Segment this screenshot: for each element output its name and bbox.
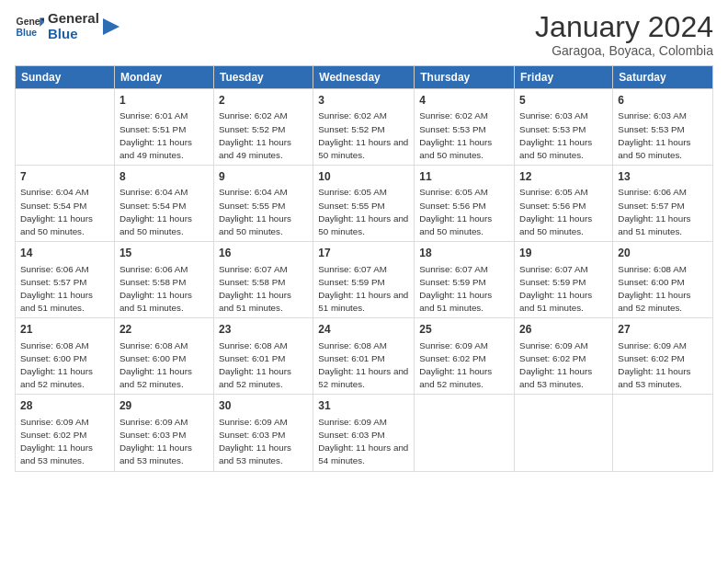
day-number: 10 [318, 169, 409, 184]
day-number: 18 [419, 246, 509, 260]
logo: General Blue General Blue [15, 11, 119, 41]
day-number: 28 [20, 398, 109, 413]
day-number: 14 [20, 246, 109, 260]
weekday-header-monday: Monday [114, 66, 213, 89]
day-cell: 11Sunrise: 6:05 AMSunset: 5:56 PMDayligh… [415, 166, 515, 242]
logo-triangle-icon [103, 18, 119, 35]
weekday-header-sunday: Sunday [16, 66, 115, 89]
day-info: Sunrise: 6:07 AMSunset: 5:59 PMDaylight:… [318, 264, 408, 314]
week-row-2: 7Sunrise: 6:04 AMSunset: 5:54 PMDaylight… [16, 166, 713, 242]
day-info: Sunrise: 6:03 AMSunset: 5:53 PMDaylight:… [618, 110, 690, 160]
weekday-header-saturday: Saturday [613, 66, 713, 89]
calendar-table: SundayMondayTuesdayWednesdayThursdayFrid… [15, 65, 713, 471]
day-info: Sunrise: 6:09 AMSunset: 6:02 PMDaylight:… [419, 340, 492, 390]
week-row-3: 14Sunrise: 6:06 AMSunset: 5:57 PMDayligh… [16, 242, 713, 318]
day-number: 3 [318, 93, 409, 108]
day-number: 2 [219, 93, 308, 108]
day-info: Sunrise: 6:09 AMSunset: 6:03 PMDaylight:… [119, 417, 192, 466]
day-info: Sunrise: 6:08 AMSunset: 6:01 PMDaylight:… [318, 340, 408, 390]
day-cell: 29Sunrise: 6:09 AMSunset: 6:03 PMDayligh… [114, 395, 213, 471]
day-info: Sunrise: 6:09 AMSunset: 6:02 PMDaylight:… [519, 340, 592, 390]
day-cell: 6Sunrise: 6:03 AMSunset: 5:53 PMDaylight… [613, 89, 713, 166]
day-number: 22 [119, 322, 209, 337]
svg-text:Blue: Blue [17, 27, 38, 37]
day-info: Sunrise: 6:08 AMSunset: 6:00 PMDaylight:… [20, 340, 93, 390]
day-cell: 5Sunrise: 6:03 AMSunset: 5:53 PMDaylight… [515, 89, 613, 166]
day-cell [613, 395, 713, 471]
day-info: Sunrise: 6:02 AMSunset: 5:53 PMDaylight:… [419, 110, 492, 160]
day-number: 27 [618, 322, 708, 337]
week-row-5: 28Sunrise: 6:09 AMSunset: 6:02 PMDayligh… [16, 395, 713, 471]
day-number: 11 [419, 169, 509, 184]
day-info: Sunrise: 6:05 AMSunset: 5:56 PMDaylight:… [419, 187, 492, 236]
day-info: Sunrise: 6:04 AMSunset: 5:54 PMDaylight:… [20, 187, 93, 236]
day-number: 9 [219, 169, 308, 184]
logo-line2: Blue [48, 27, 99, 42]
day-info: Sunrise: 6:05 AMSunset: 5:55 PMDaylight:… [318, 187, 408, 236]
day-number: 20 [618, 246, 708, 260]
day-cell [415, 395, 515, 471]
day-cell [16, 89, 115, 166]
day-cell: 28Sunrise: 6:09 AMSunset: 6:02 PMDayligh… [16, 395, 115, 471]
day-info: Sunrise: 6:04 AMSunset: 5:55 PMDaylight:… [219, 187, 291, 236]
weekday-header-wednesday: Wednesday [313, 66, 415, 89]
day-cell: 26Sunrise: 6:09 AMSunset: 6:02 PMDayligh… [515, 318, 613, 395]
day-cell: 21Sunrise: 6:08 AMSunset: 6:00 PMDayligh… [16, 318, 115, 395]
day-cell: 16Sunrise: 6:07 AMSunset: 5:58 PMDayligh… [213, 242, 313, 318]
day-number: 15 [119, 246, 209, 260]
day-info: Sunrise: 6:08 AMSunset: 6:01 PMDaylight:… [219, 340, 291, 390]
day-cell: 15Sunrise: 6:06 AMSunset: 5:58 PMDayligh… [114, 242, 213, 318]
day-info: Sunrise: 6:07 AMSunset: 5:59 PMDaylight:… [419, 264, 492, 314]
day-number: 7 [20, 169, 109, 184]
day-cell: 2Sunrise: 6:02 AMSunset: 5:52 PMDaylight… [213, 89, 313, 166]
title-block: January 2024 Garagoa, Boyaca, Colombia [535, 11, 713, 58]
day-cell: 20Sunrise: 6:08 AMSunset: 6:00 PMDayligh… [613, 242, 713, 318]
day-cell: 3Sunrise: 6:02 AMSunset: 5:52 PMDaylight… [313, 89, 415, 166]
day-cell: 13Sunrise: 6:06 AMSunset: 5:57 PMDayligh… [613, 166, 713, 242]
day-number: 21 [20, 322, 109, 337]
day-cell: 7Sunrise: 6:04 AMSunset: 5:54 PMDaylight… [16, 166, 115, 242]
day-number: 16 [219, 246, 308, 260]
day-info: Sunrise: 6:06 AMSunset: 5:58 PMDaylight:… [119, 264, 192, 314]
day-cell: 23Sunrise: 6:08 AMSunset: 6:01 PMDayligh… [213, 318, 313, 395]
day-info: Sunrise: 6:09 AMSunset: 6:03 PMDaylight:… [219, 417, 291, 466]
day-info: Sunrise: 6:06 AMSunset: 5:57 PMDaylight:… [618, 187, 690, 236]
day-cell: 22Sunrise: 6:08 AMSunset: 6:00 PMDayligh… [114, 318, 213, 395]
logo-line1: General [48, 11, 99, 27]
weekday-header-friday: Friday [515, 66, 613, 89]
day-cell: 17Sunrise: 6:07 AMSunset: 5:59 PMDayligh… [313, 242, 415, 318]
day-number: 19 [519, 246, 608, 260]
day-info: Sunrise: 6:02 AMSunset: 5:52 PMDaylight:… [219, 110, 291, 160]
day-number: 13 [618, 169, 708, 184]
day-number: 5 [519, 93, 608, 108]
day-cell: 27Sunrise: 6:09 AMSunset: 6:02 PMDayligh… [613, 318, 713, 395]
day-number: 4 [419, 93, 509, 108]
week-row-1: 1Sunrise: 6:01 AMSunset: 5:51 PMDaylight… [16, 89, 713, 166]
day-info: Sunrise: 6:04 AMSunset: 5:54 PMDaylight:… [119, 187, 192, 236]
day-info: Sunrise: 6:02 AMSunset: 5:52 PMDaylight:… [318, 110, 408, 160]
day-cell: 14Sunrise: 6:06 AMSunset: 5:57 PMDayligh… [16, 242, 115, 318]
day-info: Sunrise: 6:05 AMSunset: 5:56 PMDaylight:… [519, 187, 592, 236]
day-number: 6 [618, 93, 708, 108]
weekday-header-tuesday: Tuesday [213, 66, 313, 89]
day-cell: 9Sunrise: 6:04 AMSunset: 5:55 PMDaylight… [213, 166, 313, 242]
day-cell: 25Sunrise: 6:09 AMSunset: 6:02 PMDayligh… [415, 318, 515, 395]
day-number: 24 [318, 322, 409, 337]
day-cell: 10Sunrise: 6:05 AMSunset: 5:55 PMDayligh… [313, 166, 415, 242]
day-cell [515, 395, 613, 471]
weekday-header-row: SundayMondayTuesdayWednesdayThursdayFrid… [16, 66, 713, 89]
day-number: 29 [119, 398, 209, 413]
day-info: Sunrise: 6:09 AMSunset: 6:02 PMDaylight:… [20, 417, 93, 466]
day-cell: 31Sunrise: 6:09 AMSunset: 6:03 PMDayligh… [313, 395, 415, 471]
day-info: Sunrise: 6:01 AMSunset: 5:51 PMDaylight:… [119, 110, 192, 160]
day-info: Sunrise: 6:03 AMSunset: 5:53 PMDaylight:… [519, 110, 592, 160]
day-number: 31 [318, 398, 409, 413]
day-number: 26 [519, 322, 608, 337]
day-cell: 4Sunrise: 6:02 AMSunset: 5:53 PMDaylight… [415, 89, 515, 166]
day-number: 12 [519, 169, 608, 184]
location-subtitle: Garagoa, Boyaca, Colombia [535, 43, 713, 58]
header: General Blue General Blue January 2024 G… [15, 11, 713, 58]
day-cell: 19Sunrise: 6:07 AMSunset: 5:59 PMDayligh… [515, 242, 613, 318]
day-info: Sunrise: 6:09 AMSunset: 6:03 PMDaylight:… [318, 417, 408, 466]
day-number: 30 [219, 398, 308, 413]
